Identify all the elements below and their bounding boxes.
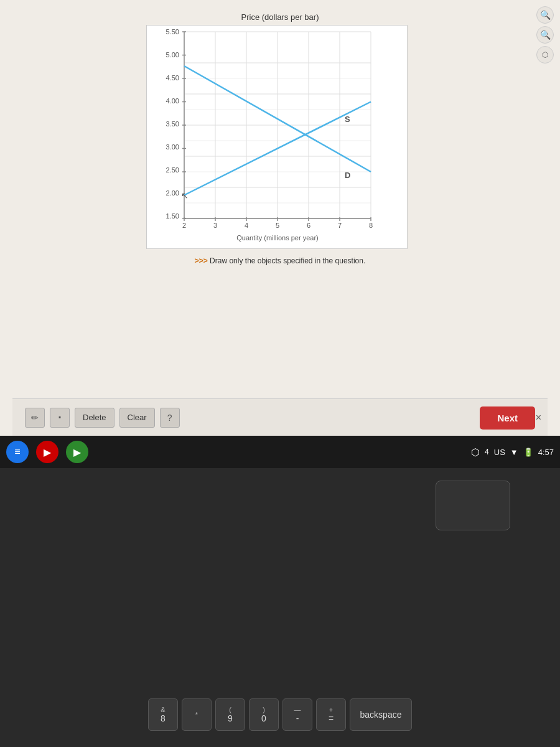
next-button[interactable]: Next xyxy=(480,406,535,430)
svg-text:4: 4 xyxy=(245,222,248,229)
close-button[interactable]: × xyxy=(536,412,541,423)
taskbar-app3-label: ▶ xyxy=(73,446,81,458)
key-equals[interactable]: + = xyxy=(316,698,346,731)
svg-text:3: 3 xyxy=(213,222,217,229)
chart-svg[interactable]: 5.50 5.00 4.50 4.00 3.50 3.00 2.50 2.00 … xyxy=(146,25,408,249)
svg-text:Quantity (millions per year): Quantity (millions per year) xyxy=(236,234,318,242)
taskbar: ≡ ▶ ▶ ⬡ 4 US ▼ 🔋 4:57 xyxy=(0,436,560,468)
taskbar-wifi-icon: ▼ xyxy=(510,448,518,457)
chart-wrapper: Price (dollars per bar) xyxy=(146,12,414,271)
dot-tool-button[interactable]: · xyxy=(50,408,70,428)
svg-text:5.50: 5.50 xyxy=(166,28,179,35)
pencil-tool-button[interactable]: ✏ xyxy=(25,408,45,428)
taskbar-wifi-strength: 4 xyxy=(485,448,489,456)
instruction-body: Draw only the objects specified in the q… xyxy=(210,256,365,265)
taskbar-battery-icon: 🔋 xyxy=(523,448,533,457)
instruction-arrow: >>> xyxy=(195,256,208,265)
taskbar-right: ⬡ 4 US ▼ 🔋 4:57 xyxy=(471,446,554,458)
touchpad[interactable] xyxy=(436,481,510,530)
chart-title: Price (dollars per bar) xyxy=(146,12,414,22)
screen: 🔍 🔍 ⬡ Price (dollars per bar) xyxy=(0,0,560,436)
taskbar-app3-icon[interactable]: ▶ xyxy=(66,441,88,463)
key-minus[interactable]: — - xyxy=(282,698,312,731)
svg-text:↖: ↖ xyxy=(181,190,189,200)
keyboard: & 8 * ( 9 ) 0 — - + = xyxy=(0,698,560,735)
taskbar-app2-icon[interactable]: ▶ xyxy=(36,441,58,463)
svg-text:1.50: 1.50 xyxy=(166,212,179,220)
svg-text:5: 5 xyxy=(276,222,279,229)
taskbar-app1-icon[interactable]: ≡ xyxy=(6,441,29,463)
zoom-icons: 🔍 🔍 ⬡ xyxy=(536,6,554,63)
key-backspace[interactable]: backspace xyxy=(350,698,412,731)
svg-text:3.50: 3.50 xyxy=(166,120,179,128)
toolbar: ✏ · Delete Clear ? × Next xyxy=(12,398,548,436)
delete-button[interactable]: Delete xyxy=(75,408,114,428)
power-icon[interactable]: ⬡ xyxy=(536,46,554,63)
keyboard-area: & 8 * ( 9 ) 0 — - + = xyxy=(0,468,560,747)
clear-button[interactable]: Clear xyxy=(119,408,155,428)
key-9[interactable]: ( 9 xyxy=(215,698,245,731)
taskbar-app1-label: ≡ xyxy=(14,446,20,458)
demand-label: D xyxy=(345,171,350,180)
chart-container: Price (dollars per bar) xyxy=(12,6,548,398)
taskbar-app2-label: ▶ xyxy=(44,446,51,458)
svg-text:2: 2 xyxy=(182,222,186,229)
taskbar-screen-icon: ⬡ xyxy=(471,446,480,458)
svg-text:6: 6 xyxy=(307,222,310,229)
svg-text:4.50: 4.50 xyxy=(166,74,179,82)
content-area: 🔍 🔍 ⬡ Price (dollars per bar) xyxy=(0,0,560,436)
zoom-in-icon[interactable]: 🔍 xyxy=(536,6,554,24)
key-row-numbers: & 8 * ( 9 ) 0 — - + = xyxy=(19,698,541,731)
supply-label: S xyxy=(345,115,350,124)
help-button[interactable]: ? xyxy=(160,408,180,428)
svg-text:2.50: 2.50 xyxy=(166,166,179,174)
zoom-out-icon[interactable]: 🔍 xyxy=(536,26,554,44)
svg-text:3.00: 3.00 xyxy=(166,143,179,151)
instruction-text: >>> Draw only the objects specified in t… xyxy=(146,256,414,265)
svg-text:8: 8 xyxy=(369,222,373,229)
taskbar-clock: 4:57 xyxy=(538,448,554,457)
svg-text:4.00: 4.00 xyxy=(166,97,179,105)
key-8[interactable]: & 8 xyxy=(148,698,178,731)
svg-text:5.00: 5.00 xyxy=(166,51,179,59)
taskbar-us-label: US xyxy=(494,448,505,457)
svg-text:7: 7 xyxy=(338,222,342,229)
key-0[interactable]: ) 0 xyxy=(249,698,279,731)
key-asterisk[interactable]: * xyxy=(182,698,212,731)
svg-text:2.00: 2.00 xyxy=(166,189,179,197)
